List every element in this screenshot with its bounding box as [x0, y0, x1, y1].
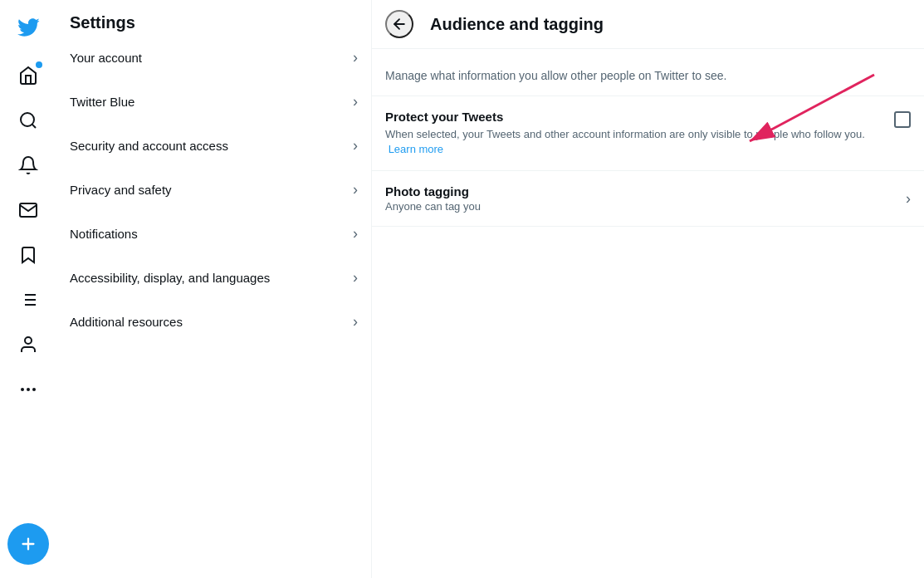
chevron-right-icon: ›	[353, 313, 358, 331]
protect-tweets-row: Protect your Tweets When selected, your …	[372, 96, 924, 171]
settings-item-label-privacy: Privacy and safety	[70, 183, 172, 197]
protect-tweets-description: When selected, your Tweets and other acc…	[385, 127, 881, 157]
settings-title: Settings	[56, 0, 371, 36]
photo-tagging-subtitle: Anyone can tag you	[385, 200, 906, 213]
chevron-right-icon: ›	[353, 137, 358, 154]
settings-item-label-your-account: Your account	[70, 51, 142, 65]
chevron-right-icon: ›	[353, 225, 358, 242]
twitter-logo[interactable]	[7, 7, 49, 48]
photo-tagging-chevron-icon: ›	[906, 190, 911, 208]
learn-more-link[interactable]: Learn more	[389, 143, 443, 155]
section-description: Manage what information you allow other …	[372, 62, 924, 96]
settings-sidebar: Settings Your account › Twitter Blue › S…	[56, 0, 372, 578]
messages-nav-item[interactable]	[7, 189, 49, 231]
profile-nav-item[interactable]	[7, 324, 49, 365]
protect-tweets-title: Protect your Tweets	[385, 110, 881, 124]
icon-nav	[0, 0, 56, 578]
settings-item-label-additional-resources: Additional resources	[70, 315, 183, 329]
settings-item-additional-resources[interactable]: Additional resources ›	[56, 300, 371, 344]
main-content: Audience and tagging Manage what informa…	[372, 0, 924, 240]
settings-item-accessibility[interactable]: Accessibility, display, and languages ›	[56, 256, 371, 300]
notifications-nav-item[interactable]	[7, 144, 49, 186]
svg-line-1	[32, 125, 36, 128]
compose-tweet-button[interactable]	[7, 523, 49, 565]
main-content-wrapper: Audience and tagging Manage what informa…	[372, 0, 924, 578]
settings-item-privacy[interactable]: Privacy and safety ›	[56, 168, 371, 212]
main-body: Manage what information you allow other …	[372, 49, 924, 240]
chevron-right-icon: ›	[353, 269, 358, 287]
home-notification-dot	[36, 61, 42, 68]
main-header: Audience and tagging	[372, 0, 924, 49]
explore-nav-item[interactable]	[7, 100, 49, 141]
lists-nav-item[interactable]	[7, 279, 49, 321]
svg-point-8	[25, 337, 32, 344]
settings-item-label-twitter-blue: Twitter Blue	[70, 95, 134, 109]
svg-point-11	[32, 388, 36, 391]
chevron-right-icon: ›	[353, 181, 358, 198]
page-title: Audience and tagging	[430, 15, 604, 34]
chevron-right-icon: ›	[353, 49, 358, 66]
svg-point-0	[21, 113, 34, 126]
photo-tagging-row[interactable]: Photo tagging Anyone can tag you ›	[372, 171, 924, 227]
protect-tweets-content: Protect your Tweets When selected, your …	[385, 110, 894, 157]
settings-item-label-accessibility: Accessibility, display, and languages	[70, 271, 270, 285]
settings-item-notifications[interactable]: Notifications ›	[56, 212, 371, 256]
settings-item-your-account[interactable]: Your account ›	[56, 36, 371, 80]
chevron-right-icon: ›	[353, 93, 358, 110]
back-button[interactable]	[385, 10, 413, 38]
svg-point-9	[21, 388, 24, 391]
bookmarks-nav-item[interactable]	[7, 234, 49, 276]
settings-item-label-notifications: Notifications	[70, 227, 138, 241]
settings-item-security[interactable]: Security and account access ›	[56, 124, 371, 168]
protect-tweets-checkbox[interactable]	[894, 111, 911, 128]
svg-point-10	[27, 388, 30, 391]
photo-tagging-content: Photo tagging Anyone can tag you	[385, 184, 906, 213]
photo-tagging-title: Photo tagging	[385, 184, 906, 198]
protect-tweets-checkbox-area	[894, 110, 911, 128]
settings-item-label-security: Security and account access	[70, 139, 228, 153]
home-nav-item[interactable]	[7, 55, 49, 96]
settings-item-twitter-blue[interactable]: Twitter Blue ›	[56, 80, 371, 124]
more-nav-item[interactable]	[7, 369, 49, 410]
